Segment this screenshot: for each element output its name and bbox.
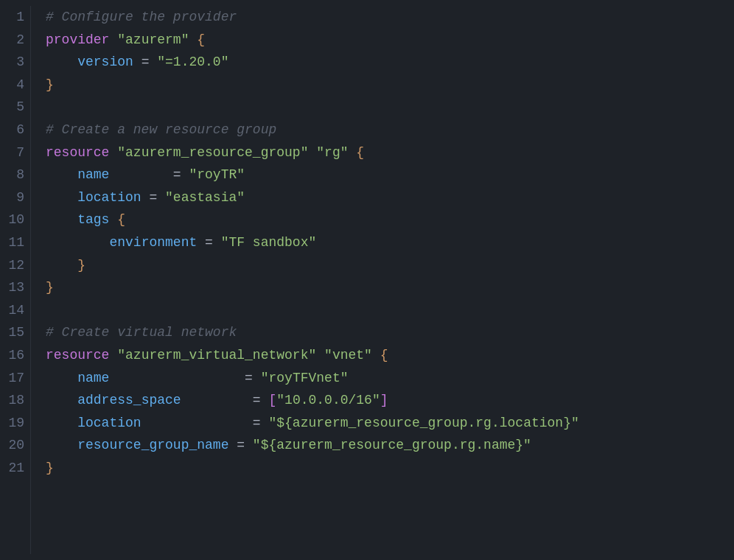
code-token-plain: [46, 235, 109, 250]
code-token-string: "azurerm_virtual_network": [117, 348, 316, 363]
line-number: 14: [6, 299, 24, 322]
code-line: # Create virtual network: [46, 321, 719, 344]
line-number: 17: [6, 367, 24, 390]
code-line: }: [46, 457, 719, 480]
code-token-string: "${azurerm_resource_group.rg.location}": [268, 416, 579, 430]
line-number: 13: [6, 276, 24, 299]
code-token-plain: [189, 32, 197, 47]
code-token-string: "${azurerm_resource_group.rg.name}": [253, 438, 531, 452]
line-number: 4: [6, 74, 24, 97]
code-token-plain: =: [141, 416, 269, 430]
code-token-plain: =: [133, 55, 157, 69]
code-line: environment = "TF sandbox": [46, 231, 719, 254]
code-token-brace: }: [46, 77, 54, 92]
code-line: }: [46, 74, 719, 97]
code-token-string: "rg": [316, 145, 348, 160]
code-token-plain: [349, 145, 357, 160]
code-token-plain: =: [109, 167, 189, 182]
code-line: }: [46, 254, 719, 277]
line-number: 7: [6, 141, 24, 164]
code-token-property: version: [77, 55, 133, 69]
line-number: 8: [6, 164, 24, 186]
code-token-plain: [46, 371, 77, 385]
code-token-plain: =: [109, 371, 260, 385]
code-line: name = "royTR": [46, 164, 719, 186]
code-token-plain: [46, 212, 77, 227]
code-editor: 123456789101112131415161718192021 # Conf…: [0, 0, 734, 560]
code-token-plain: [109, 348, 117, 363]
line-number: 11: [6, 231, 24, 254]
code-token-property: resource_group_name: [77, 438, 228, 452]
code-token-string: "azurerm": [117, 32, 189, 47]
code-token-comment: # Configure the provider: [46, 10, 237, 24]
code-token-string: "TF sandbox": [221, 235, 317, 250]
code-line: resource_group_name = "${azurerm_resourc…: [46, 434, 719, 457]
line-number: 1: [6, 6, 24, 29]
code-token-property: address_space: [77, 393, 181, 407]
code-token-property: name: [77, 371, 109, 385]
line-number: 21: [6, 457, 24, 480]
line-number: 12: [6, 254, 24, 277]
code-token-plain: [109, 145, 117, 160]
code-token-plain: =: [141, 190, 165, 205]
code-line: # Create a new resource group: [46, 119, 719, 141]
code-token-plain: [372, 348, 380, 363]
code-token-brace: {: [380, 348, 388, 363]
code-token-plain: [46, 438, 77, 452]
code-token-brace: {: [117, 212, 125, 227]
code-token-string: "eastasia": [165, 190, 245, 205]
code-token-string: "vnet": [324, 348, 372, 363]
code-token-brace: {: [197, 32, 205, 47]
code-line: address_space = ["10.0.0.0/16"]: [46, 389, 719, 412]
code-token-property: name: [77, 167, 109, 182]
code-token-brace: {: [356, 145, 364, 160]
code-token-property: location: [77, 190, 141, 205]
code-token-bracket: ]: [380, 393, 388, 407]
code-token-plain: [109, 32, 117, 47]
code-token-comment: # Create a new resource group: [46, 122, 276, 137]
code-token-brace: }: [77, 258, 85, 273]
code-token-plain: =: [181, 393, 269, 407]
line-number: 3: [6, 51, 24, 74]
line-number: 2: [6, 29, 24, 52]
code-token-property: tags: [77, 212, 109, 227]
code-token-brace: }: [46, 280, 54, 295]
code-line: [46, 299, 719, 322]
code-token-string: "royTR": [189, 167, 245, 182]
code-token-brace: }: [46, 461, 54, 475]
line-number: 9: [6, 186, 24, 209]
code-line: # Configure the provider: [46, 6, 719, 29]
code-token-keyword: resource: [46, 145, 109, 160]
code-token-plain: [308, 145, 316, 160]
code-line: resource "azurerm_resource_group" "rg" {: [46, 141, 719, 164]
code-line: [46, 96, 719, 119]
code-token-plain: [46, 416, 77, 430]
code-line: version = "=1.20.0": [46, 51, 719, 74]
code-token-plain: =: [228, 438, 252, 452]
code-token-plain: [46, 55, 77, 69]
code-token-property: environment: [109, 235, 197, 250]
code-token-plain: [46, 167, 77, 182]
code-line: resource "azurerm_virtual_network" "vnet…: [46, 344, 719, 367]
code-token-bracket: [: [268, 393, 276, 407]
code-token-plain: [109, 212, 117, 227]
line-number: 16: [6, 344, 24, 367]
code-token-plain: [316, 348, 324, 363]
line-number: 18: [6, 389, 24, 412]
code-line: tags {: [46, 209, 719, 231]
code-line: name = "royTFVnet": [46, 367, 719, 390]
code-token-string: "10.0.0.0/16": [276, 393, 380, 407]
code-token-keyword: provider: [46, 32, 109, 47]
code-token-plain: [46, 258, 77, 273]
code-token-property: location: [77, 416, 141, 430]
line-number: 19: [6, 412, 24, 435]
code-token-keyword: resource: [46, 348, 109, 363]
code-line: location = "eastasia": [46, 186, 719, 209]
line-number: 10: [6, 209, 24, 231]
code-token-string: "=1.20.0": [157, 55, 228, 69]
code-line: }: [46, 276, 719, 299]
code-token-plain: =: [197, 235, 220, 250]
code-token-string: "royTFVnet": [261, 371, 349, 385]
code-token-plain: [46, 393, 77, 407]
line-number: 6: [6, 119, 24, 141]
